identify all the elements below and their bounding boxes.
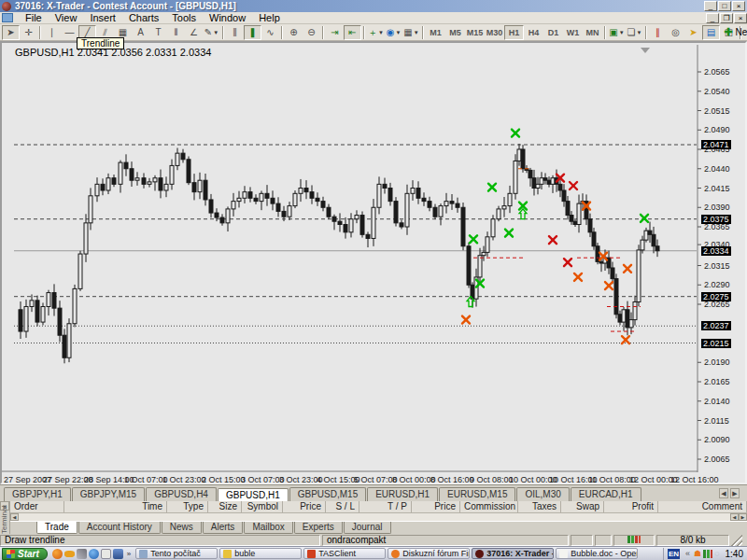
column-header-t-p[interactable]: T / P — [359, 501, 412, 512]
column-header-comment[interactable]: Comment — [658, 501, 747, 512]
taskbar-task-firefox[interactable]: Diskuzní fórum Financ... — [388, 548, 470, 559]
column-header-type[interactable]: Type — [167, 501, 208, 512]
period-mn-button[interactable]: MN — [583, 25, 602, 40]
quick-launch-overflow-icon[interactable]: » — [127, 550, 131, 558]
text-label-tool-button[interactable]: T — [149, 25, 167, 40]
column-header-swap[interactable]: Swap — [561, 501, 604, 512]
column-header-profit[interactable]: Profit — [604, 501, 658, 512]
cursor-mode-button[interactable]: ➤ — [684, 25, 702, 40]
column-header-time[interactable]: Time — [64, 501, 167, 512]
chart-tab-gbpusd-m15[interactable]: GBPUSD,M15 — [289, 487, 366, 501]
column-header-price[interactable]: Price — [283, 501, 326, 512]
child-restore-button[interactable]: ❐ — [720, 13, 733, 23]
new-order-button[interactable]: ✚New Order — [743, 25, 747, 40]
pen-icon[interactable] — [77, 549, 87, 559]
tick-chart-button[interactable]: ∥ — [649, 25, 667, 40]
menu-insert[interactable]: Insert — [83, 12, 122, 23]
terminal-tab-trade[interactable]: Trade — [36, 522, 78, 534]
menu-file[interactable]: File — [19, 12, 49, 23]
chart-tab-oil-m30[interactable]: OIL,M30 — [516, 487, 569, 501]
language-indicator[interactable]: EN — [668, 549, 680, 559]
chart-tab-eurusd-m15[interactable]: EURUSD,M15 — [439, 487, 515, 501]
chart-window[interactable]: GBPUSD,H1 2.0341 2.0356 2.0331 2.0334 2.… — [0, 41, 747, 484]
zoom-out-button[interactable]: ⊖ — [303, 25, 320, 40]
resize-grip[interactable] — [731, 535, 742, 546]
fibonacci-tool-button[interactable]: ⦀ — [167, 25, 185, 40]
taskbar-task-computer[interactable]: Tento počítač — [135, 548, 218, 559]
bar-chart-button[interactable]: ⫼ — [226, 25, 244, 40]
period-m1-button[interactable]: M1 — [426, 25, 445, 40]
scroll-left2-icon[interactable]: ◀ — [730, 513, 739, 521]
period-w1-button[interactable]: W1 — [563, 25, 583, 40]
menu-window[interactable]: Window — [203, 12, 252, 23]
column-header-s-l[interactable]: S / L — [326, 501, 359, 512]
chart-tab-gbpusd-h4[interactable]: GBPUSD,H4 — [146, 487, 217, 501]
tab-scroll-left-button[interactable]: ◀ — [719, 488, 728, 498]
line-chart-button[interactable]: ∿ — [261, 25, 279, 40]
terminal-scrollbar[interactable]: ◀ ◀ ▶ — [10, 513, 747, 521]
tray-user-icon[interactable]: ☗ — [694, 549, 701, 558]
start-button[interactable]: Start — [2, 548, 48, 560]
column-header-order[interactable]: Order — [10, 501, 64, 512]
chart-shift-button[interactable]: ⇤ — [344, 25, 361, 40]
tray-collapse-icon[interactable]: « — [685, 549, 690, 558]
minimize-button[interactable]: _ — [704, 1, 717, 11]
taskbar-task-document[interactable]: Bubble.doc - OpenOffi... — [556, 548, 638, 559]
taskbar-task-folder[interactable]: buble — [219, 548, 302, 559]
taskbar-task-tasclient[interactable]: TASClient — [303, 548, 386, 559]
notepad-icon[interactable] — [101, 549, 111, 559]
profiles-button[interactable]: ❏▼ — [626, 25, 643, 40]
column-header-taxes[interactable]: Taxes — [518, 501, 561, 512]
navigator-button[interactable]: ◉▼ — [385, 25, 402, 40]
tray-idle-icon[interactable]: ◌ — [714, 549, 719, 558]
menu-tools[interactable]: Tools — [165, 12, 203, 23]
zoom-in-button[interactable]: ⊕ — [285, 25, 303, 40]
close-button[interactable]: × — [732, 1, 745, 11]
auto-scroll-button[interactable]: ⇥ — [326, 25, 344, 40]
terminal-tab-account-history[interactable]: Account History — [78, 522, 161, 534]
terminal-tab-alerts[interactable]: Alerts — [203, 522, 244, 534]
period-m5-button[interactable]: M5 — [445, 25, 465, 40]
scroll-left-icon[interactable]: ◀ — [10, 513, 19, 521]
chart-tab-eurcad-h1[interactable]: EURCAD,H1 — [571, 487, 641, 501]
terminal-toggle-button[interactable]: ▤ — [702, 25, 720, 40]
glasses-icon[interactable] — [64, 551, 75, 557]
vertical-line-tool-button[interactable]: ∣ — [43, 25, 61, 40]
column-header-price[interactable]: Price — [412, 501, 460, 512]
chart-tab-eurusd-h1[interactable]: EURUSD,H1 — [367, 487, 438, 501]
templates-button[interactable]: ▦▼ — [402, 25, 420, 40]
terminal-tab-news[interactable]: News — [162, 522, 202, 534]
column-header-size[interactable]: Size — [208, 501, 242, 512]
chart-tab-gbpjpy-m15[interactable]: GBPJPY,M15 — [72, 487, 145, 501]
firefox-icon[interactable] — [52, 549, 63, 559]
angle-tool-button[interactable]: ∠ — [185, 25, 203, 40]
taskbar-task-xtrader[interactable]: 37016: X-Trader - C... — [472, 548, 554, 559]
period-h4-button[interactable]: H4 — [524, 25, 543, 40]
column-header-symbol[interactable]: Symbol — [242, 501, 283, 512]
period-m30-button[interactable]: M30 — [485, 25, 504, 40]
messenger-icon[interactable] — [89, 549, 99, 559]
chart-tab-gbpusd-h1[interactable]: GBPUSD,H1 — [218, 488, 289, 502]
crosshair-mode-button[interactable]: ◎ — [667, 25, 684, 40]
period-m15-button[interactable]: M15 — [465, 25, 485, 40]
scroll-right-icon[interactable]: ▶ — [739, 513, 747, 521]
child-close-button[interactable]: × — [734, 13, 747, 23]
candlestick-chart-button[interactable]: ❚ — [244, 25, 261, 40]
menu-charts[interactable]: Charts — [122, 12, 165, 23]
text-tool-button[interactable]: A — [132, 25, 149, 40]
child-minimize-button[interactable]: _ — [706, 13, 719, 23]
period-h1-button[interactable]: H1 — [504, 25, 524, 40]
terminal-tab-mailbox[interactable]: Mailbox — [244, 522, 292, 534]
new-chart-button[interactable]: ▣▼ — [608, 25, 626, 40]
price-chart[interactable] — [2, 43, 745, 483]
show-desktop-icon[interactable] — [113, 549, 123, 559]
period-d1-button[interactable]: D1 — [543, 25, 563, 40]
column-header-commission[interactable]: Commission — [460, 501, 518, 512]
maximize-button[interactable]: □ — [718, 1, 731, 11]
tab-scroll-right-button[interactable]: ▶ — [730, 488, 740, 498]
terminal-tab-journal[interactable]: Journal — [344, 522, 391, 534]
indicators-button[interactable]: ＋▼ — [367, 25, 385, 40]
tray-network-bars-icon[interactable] — [703, 550, 712, 558]
terminal-tab-experts[interactable]: Experts — [294, 522, 343, 534]
crosshair-tool-button[interactable]: ✛ — [20, 25, 37, 40]
